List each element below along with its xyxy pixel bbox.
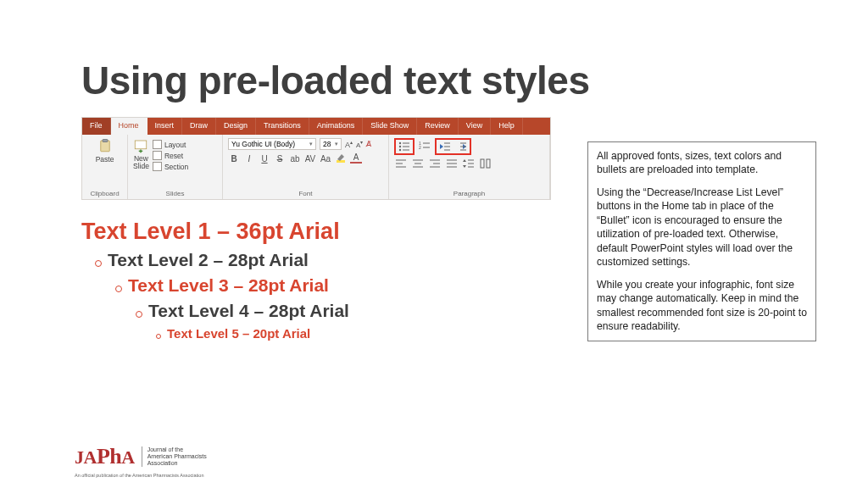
font-size-box: 28▾ [320, 138, 342, 150]
decrease-indent-icon [438, 141, 452, 152]
paste-label: Paste [96, 155, 114, 164]
text-level-5-label: Text Level 5 – 20pt Arial [167, 326, 310, 341]
align-right-icon [428, 158, 442, 169]
reset-button: Reset [153, 151, 188, 160]
group-slides-label: Slides [133, 188, 217, 197]
tab-animations: Animations [309, 118, 364, 135]
case-icon: Aa [320, 152, 331, 164]
svg-rect-37 [481, 159, 484, 168]
italic-icon: I [243, 152, 255, 164]
text-levels-demo: Text Level 1 – 36pt Arial Text Level 2 –… [81, 219, 349, 341]
bullet-icon [156, 334, 161, 339]
bullets-highlight-box [394, 138, 415, 155]
layout-icon [153, 140, 162, 149]
japha-sub-3: Association [147, 460, 178, 466]
align-left-icon [394, 158, 408, 169]
tab-file: File [82, 118, 111, 135]
text-level-2-label: Text Level 2 – 28pt Arial [108, 250, 309, 270]
ribbon-screenshot: File Home Insert Draw Design Transitions… [81, 117, 551, 200]
info-textbox: All approved fonts, sizes, text colors a… [587, 141, 816, 341]
tab-home: Home [111, 118, 147, 135]
underline-icon: U [259, 152, 270, 164]
decrease-font-icon: A▾ [356, 139, 363, 149]
info-paragraph-1: All approved fonts, sizes, text colors a… [597, 149, 807, 177]
group-clipboard: Paste Clipboard [82, 135, 128, 199]
group-paragraph-label: Paragraph [394, 188, 544, 197]
layout-label: Layout [164, 141, 186, 149]
shadow-icon: ab [289, 152, 301, 164]
bullet-icon [95, 260, 102, 267]
align-center-icon [411, 158, 425, 169]
svg-point-7 [399, 146, 401, 147]
tab-slideshow: Slide Show [363, 118, 417, 135]
reset-label: Reset [164, 152, 183, 160]
tab-design: Design [216, 118, 256, 135]
japha-subtitle: Journal of the American Pharmacists Asso… [142, 446, 207, 467]
text-level-4-label: Text Level 4 – 28pt Arial [148, 301, 349, 321]
text-level-4: Text Level 4 – 28pt Arial [136, 301, 349, 321]
new-slide-button: New Slide [133, 138, 149, 169]
tab-view: View [459, 118, 491, 135]
increase-font-icon: A▴ [345, 139, 353, 149]
tab-help: Help [491, 118, 523, 135]
numbering-icon: 12 [418, 141, 431, 152]
text-level-5: Text Level 5 – 20pt Arial [156, 326, 349, 341]
strike-icon: S [274, 152, 286, 164]
section-icon [153, 162, 162, 171]
increase-indent-icon [454, 141, 468, 152]
bullet-icon [136, 311, 142, 318]
new-slide-icon [133, 138, 148, 153]
layout-button: Layout [153, 140, 188, 149]
clipboard-icon [97, 138, 113, 153]
font-size-value: 28 [323, 140, 331, 148]
highlight-icon [335, 152, 347, 164]
group-clipboard-label: Clipboard [87, 188, 122, 197]
new-slide-label: New Slide [133, 155, 149, 169]
footer-logo: JAPhA Journal of the American Pharmacist… [75, 444, 207, 469]
svg-point-6 [399, 142, 401, 144]
font-family-box: Yu Gothic UI (Body)▾ [228, 138, 316, 150]
bullets-icon [398, 141, 411, 152]
group-font-label: Font [228, 188, 383, 197]
tab-review: Review [417, 118, 459, 135]
japha-sub-2: American Pharmacists [147, 453, 207, 459]
svg-rect-5 [337, 160, 345, 163]
text-level-3: Text Level 3 – 28pt Arial [115, 275, 349, 296]
tab-transitions: Transitions [256, 118, 309, 135]
clear-formatting-icon: A̸ [366, 140, 371, 148]
paste-button: Paste [87, 138, 122, 164]
svg-rect-2 [136, 141, 147, 149]
svg-text:2: 2 [419, 145, 421, 150]
group-font: Yu Gothic UI (Body)▾ 28▾ A▴ A▾ A̸ B I U … [223, 135, 389, 199]
slide-title: Using pre-loaded text styles [81, 58, 590, 103]
text-level-3-label: Text Level 3 – 28pt Arial [128, 275, 329, 296]
japha-sub-1: Journal of the [147, 446, 183, 452]
bold-icon: B [228, 152, 240, 164]
info-paragraph-3: While you create your infographic, font … [597, 278, 807, 334]
columns-icon [479, 158, 492, 169]
ribbon-tabstrip: File Home Insert Draw Design Transitions… [82, 118, 550, 135]
section-button: Section [153, 162, 188, 171]
tab-draw: Draw [182, 118, 216, 135]
svg-rect-0 [100, 141, 109, 152]
text-level-1: Text Level 1 – 36pt Arial [81, 219, 349, 245]
line-spacing-icon [462, 158, 476, 169]
svg-rect-1 [103, 140, 108, 142]
japha-logo-text: JAPhA [75, 444, 135, 469]
svg-rect-38 [487, 159, 490, 168]
section-label: Section [164, 163, 188, 171]
indent-highlight-box [435, 138, 471, 155]
font-family-value: Yu Gothic UI (Body) [231, 140, 295, 148]
svg-point-8 [399, 149, 401, 151]
spacing-icon: AV [304, 152, 316, 164]
tab-insert: Insert [147, 118, 183, 135]
text-level-2: Text Level 2 – 28pt Arial [95, 250, 349, 270]
bullet-icon [115, 286, 122, 292]
font-color-icon: A [350, 153, 362, 164]
justify-icon [445, 158, 459, 169]
info-paragraph-2: Using the “Decrease/Increase List Level”… [597, 186, 807, 269]
group-paragraph: 12 Paragraph [389, 135, 550, 199]
japha-tagline: An official publication of the American … [75, 473, 203, 478]
reset-icon [153, 151, 162, 160]
group-slides: New Slide Layout Reset Section Slides [128, 135, 223, 199]
